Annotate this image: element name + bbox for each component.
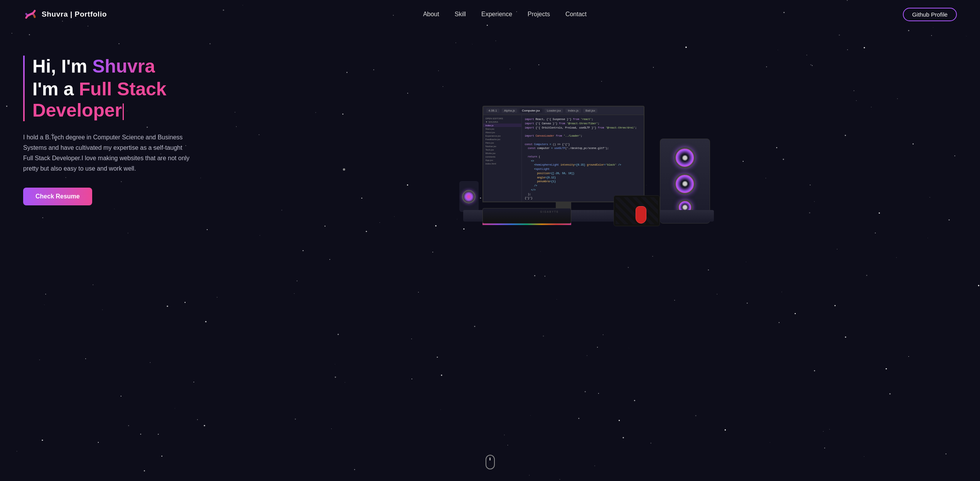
sidebar-file-12: constants [483, 155, 521, 158]
brand-name: Shuvra | Portfolio [42, 10, 107, 19]
code-line-10: return ( [525, 155, 641, 159]
sidebar-file-8: Hero.jsx [483, 141, 521, 144]
mouse [636, 206, 646, 224]
code-line-9 [525, 151, 641, 155]
speaker-ring-left [462, 190, 476, 203]
monitor-screen: 4.06.1 Alpha.js Computer.jsx Loader.jsx … [482, 106, 644, 202]
code-line-8: const computer = useGLTF('./desktop_pc/s… [525, 146, 641, 151]
mouse-scroll-icon [486, 455, 495, 469]
hero-visual: 4.06.1 Alpha.js Computer.jsx Loader.jsx … [208, 52, 957, 245]
gigabyte-label: GIGABYTE [540, 210, 559, 213]
code-editor: 4.06.1 Alpha.js Computer.jsx Loader.jsx … [483, 107, 644, 202]
sidebar-file-14: index.html [483, 162, 521, 165]
monitor: 4.06.1 Alpha.js Computer.jsx Loader.jsx … [482, 106, 644, 210]
code-line-4 [525, 130, 641, 134]
editor-tab-5: Ball.jsx [583, 108, 597, 113]
nav-about[interactable]: About [423, 11, 439, 17]
editor-code-area: import React, {'{ Suspense }'} from 'rea… [522, 115, 644, 202]
sidebar-file-4: Stars.jsx [483, 127, 521, 130]
fan-center-middle [682, 181, 688, 186]
fan-top [674, 147, 695, 168]
brand-logo[interactable]: Shuvra | Portfolio [23, 7, 107, 22]
editor-tab-3: Loader.jsx [545, 108, 563, 113]
code-line-5: import CanvasLoader from '../Loader'; [525, 134, 641, 138]
nav-menu: About Skill Experience Projects Contact [423, 11, 587, 18]
code-line-2: import {'{ Canvas }'} from '@react-three… [525, 122, 641, 126]
sidebar-file-7: Feedbacks.jsx [483, 137, 521, 141]
editor-tab-4: Index.js [565, 108, 581, 113]
scroll-indicator [486, 455, 495, 469]
check-resume-button[interactable]: Check Resume [23, 188, 92, 205]
code-line-11: <> [525, 159, 641, 163]
code-line-13: <spotLight [525, 167, 641, 171]
sidebar-file-5: About.jsx [483, 130, 521, 134]
editor-header: 4.06.1 Alpha.js Computer.jsx Loader.jsx … [483, 107, 644, 115]
hero-role-line: I'm a Full Stack Developer [32, 78, 208, 121]
code-line-18: </> [525, 188, 641, 192]
nav-projects[interactable]: Projects [528, 11, 550, 17]
sidebar-file-10: Tech.jsx [483, 148, 521, 151]
code-line-14: position={[-20, 50, 10]} [525, 171, 641, 176]
code-line-16: penumbra={1} [525, 180, 641, 184]
code-line-7: const Computers = () => {'{'} [525, 142, 641, 147]
sidebar-file-9: Navbar.jsx [483, 144, 521, 148]
fan-middle [674, 173, 695, 195]
code-line-3: import {'{ OrbitControls, Preload, useGL… [525, 126, 641, 130]
logo-icon [23, 7, 38, 22]
hero-description: I hold a B.Tech degree in Computer Scien… [23, 132, 193, 174]
hero-section: Hi, I'm Shuvra I'm a Full Stack Develope… [0, 29, 980, 479]
cursor-blink [123, 103, 124, 120]
editor-tab-active: Computer.jsx [520, 108, 542, 113]
code-line-17: /> [525, 184, 641, 188]
fan-center-top [682, 155, 688, 161]
fan-center-bottom [682, 205, 688, 210]
nav-skill[interactable]: Skill [455, 11, 466, 17]
editor-sidebar: OPEN EDITORS ▼ SHUVRA Index.js Stars.jsx… [483, 115, 522, 202]
role-prefix: I'm a [32, 79, 79, 99]
desk-setup: 4.06.1 Alpha.js Computer.jsx Loader.jsx … [452, 83, 714, 245]
nav-experience[interactable]: Experience [481, 11, 512, 17]
sidebar-file-2: ▼ SHUVRA [483, 120, 521, 124]
speaker-left [459, 181, 479, 212]
code-line-6 [525, 138, 641, 142]
hero-greeting: Hi, I'm Shuvra [32, 56, 208, 77]
code-line-1: import React, {'{ Suspense }'} from 'rea… [525, 117, 641, 122]
sidebar-file-13: App.jsx [483, 158, 521, 162]
sidebar-file-1: OPEN EDITORS [483, 117, 521, 120]
nav-contact[interactable]: Contact [565, 11, 587, 17]
github-button[interactable]: Github Profile [903, 8, 957, 21]
code-line-12: <hemisphereLight intensity={0.15} ground… [525, 163, 641, 167]
code-line-15: angle={0.12} [525, 176, 641, 180]
hero-name: Shuvra [92, 56, 155, 76]
editor-tab-2: Alpha.js [502, 108, 517, 113]
hero-content: Hi, I'm Shuvra I'm a Full Stack Develope… [23, 52, 208, 205]
greeting-text: Hi, I'm [32, 56, 92, 76]
sidebar-file-6: Experience.jsx [483, 134, 521, 137]
editor-body: OPEN EDITORS ▼ SHUVRA Index.js Stars.jsx… [483, 115, 644, 202]
sidebar-file-3: Index.js [483, 124, 521, 127]
sidebar-file-11: Works.jsx [483, 151, 521, 155]
hero-text-block: Hi, I'm Shuvra I'm a Full Stack Develope… [23, 56, 208, 121]
editor-tab-1: 4.06.1 [486, 108, 499, 113]
navbar: Shuvra | Portfolio About Skill Experienc… [0, 0, 980, 29]
